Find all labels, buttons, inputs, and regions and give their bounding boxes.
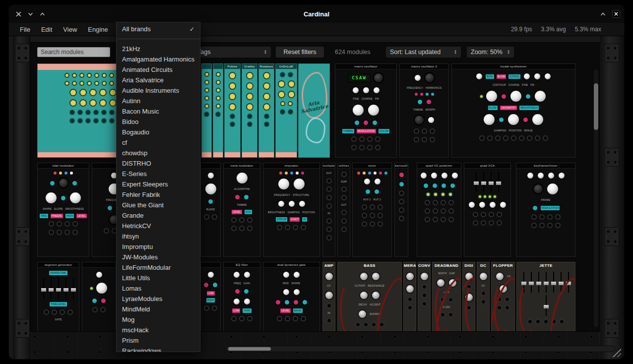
knob [216,80,221,85]
brand-menu-item[interactable]: Little Utils [117,273,200,283]
brand-menu-item[interactable]: Bidoo [117,117,200,127]
brand-menu-item[interactable]: E-Series [117,169,200,179]
brand-menu-item[interactable]: Animated Circuits [117,64,200,75]
app-logo-icon[interactable] [612,10,620,18]
module-tile[interactable] [201,63,212,158]
close-icon[interactable] [15,10,22,17]
brand-menu-item[interactable]: LyraeModules [117,294,200,304]
module-tile[interactable]: dual dynamics gateMODSHAPELEVELBAND [263,262,320,331]
menu-engine[interactable]: Engine [88,26,108,33]
module-tile[interactable]: BASSCUTOFFRESONANCEDECAYACCENTENVMOD [337,262,402,331]
chevron-up-icon[interactable] [39,10,46,17]
port-jack [341,227,347,232]
module-tile[interactable]: DIGI [462,262,475,331]
brand-menu-item[interactable]: Amalgamated Harmonics [117,54,200,64]
browser-scrollbar-thumb[interactable] [594,83,598,130]
module-tile[interactable]: mixerAUX 1AUX 2 [352,163,392,257]
brand-menu-item[interactable]: HetrickCV [117,221,200,231]
menu-view[interactable]: View [63,26,77,33]
knob [282,288,290,296]
rail-screw-plate [15,227,30,246]
module-tile[interactable]: segment generatorSHAPE/TIMETIME/LEVELGAT… [37,262,79,331]
module-tile[interactable]: AMPCVIN [322,262,335,331]
rack-hscrollbar-thumb[interactable] [228,347,271,351]
brand-menu-item-all-brands[interactable]: All brands✓ [117,24,200,34]
brand-menu-item[interactable]: Grande [117,210,200,221]
brand-menu-item[interactable]: Aria Salvatrice [117,75,200,85]
module-tile[interactable]: tidal modulatorSHAPESLOPESMOOTHNESSTRIGF… [37,163,89,257]
brand-menu-item[interactable]: JW-Modules [117,252,200,262]
brand-menu-item[interactable]: Bogaudio [117,127,200,137]
panel-up-icon[interactable] [599,10,606,17]
knob [426,99,432,105]
brand-menu-item[interactable]: cf [117,137,200,148]
module-label: STRUCTURE [293,193,309,197]
menu-edit[interactable]: Edit [41,26,52,33]
module-tile[interactable]: macro oscillator 2FREQUENCYHARMONICSTIMB… [399,63,449,158]
knob [293,178,306,190]
module-tile[interactable]: Grabby [242,63,257,158]
brand-menu-item[interactable]: LifeFormModular [117,262,200,273]
module-tile[interactable]: modal synthesizerBOWBLOWSTRIKECONTOURCOA… [451,63,575,158]
module-tile[interactable]: MERA [403,262,416,331]
port-jack [293,225,298,230]
module-tile[interactable]: keyframer/mixerFRAMEMODULATION [516,163,575,257]
module-tile[interactable]: bernoulli gate [394,163,408,257]
brand-menu-item[interactable]: Impromptu [117,242,200,252]
port-jack [448,312,453,317]
module-label: SHAPE/TIME [49,271,67,275]
module-tile[interactable]: Aria Salvatrice [298,63,330,158]
module-tile[interactable]: JETTE [516,262,575,331]
brand-menu-item[interactable]: Prism [117,335,200,346]
brand-menu-item[interactable]: Fehler Fabrik [117,189,200,200]
module-label: GEOMETRY [500,106,517,110]
brand-menu-item[interactable]: Rackwindows [117,346,200,352]
knob [216,88,221,93]
brand-menu-item[interactable]: DISTRHO [117,158,200,169]
brand-menu-item[interactable]: ihtsyn [117,231,200,242]
module-tile[interactable] [213,63,223,158]
module-tile[interactable] [82,262,116,331]
brand-menu-item[interactable]: Bacon Music [117,106,200,117]
brand-menu-item[interactable]: chowdsp [117,148,200,158]
module-tile[interactable]: DCCV [477,262,490,331]
module-tile[interactable]: FLOPPERCV [491,262,515,331]
module-tile[interactable]: macro oscillatorCSAWFINECOARSEFMTIMBREMO… [335,63,397,158]
module-tile[interactable]: quad VCA [464,163,511,257]
port-jack [341,172,347,177]
brand-menu-item[interactable]: Autinn [117,96,200,106]
brand-menu-item[interactable]: 21kHz [117,44,200,54]
module-tile[interactable]: LOWHIGH [200,262,221,331]
port-jack [92,307,98,312]
brand-menu-item[interactable]: Glue the Giant [117,200,200,210]
brand-menu-item[interactable]: Expert Sleepers [117,179,200,189]
brand-menu-item[interactable]: MindMeld [117,304,200,314]
brand-menu-item[interactable]: mscHack [117,325,200,335]
led-dot [374,172,377,175]
brand-menu-item[interactable]: Audible Instruments [117,85,200,96]
knob [420,172,428,180]
module-tile[interactable]: BLEND [200,163,221,257]
knob [263,103,270,111]
port-jack [430,128,435,134]
module-tile[interactable]: multiplesOUTIN [322,163,335,257]
module-tile[interactable]: resonatorFREQUENCYSTRUCTUREBRIGHTNESSDAM… [263,163,320,257]
knob [95,282,108,295]
port-jack [239,226,245,231]
module-tile[interactable]: CONV [418,262,431,331]
module-tile[interactable]: EQ filterFREQGAINLOWHIGH [223,262,260,331]
module-tile[interactable]: UnDuLaR [275,63,297,158]
chevron-down-icon[interactable] [27,10,34,17]
brand-menu-item[interactable]: Mog [117,314,200,325]
module-tile[interactable]: quad VC-polarizer [417,163,461,257]
module-tile[interactable]: Rotatoes [258,63,274,158]
knob [359,291,369,300]
menu-file[interactable]: File [20,26,30,33]
brand-menu-item[interactable]: Lomas [117,283,200,294]
rack-hscrollbar-track[interactable] [226,346,615,352]
module-tile[interactable]: DEADBANDWIDTHGAP+ 5V0-10V [432,262,461,331]
module-tile[interactable]: utilitiesSUMOUT [337,163,350,257]
module-tile[interactable]: Pokies [224,63,241,158]
module-tile[interactable]: meta modulatorALGORITHMTIMBRELEVELAUX [223,163,260,257]
module-label: FREEZE [51,214,63,218]
